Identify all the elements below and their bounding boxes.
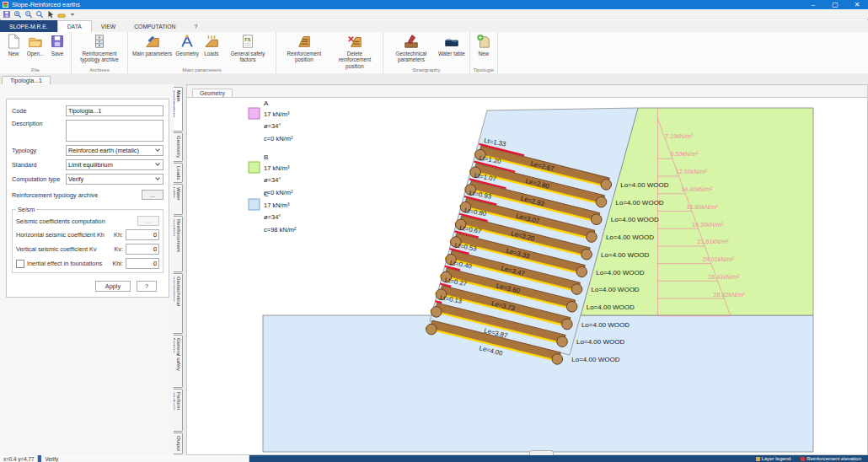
seismic-coefficients-label: Seismic coefficients computation (16, 218, 137, 225)
apply-button[interactable]: Apply (95, 281, 131, 292)
ribbon-button-label: Geometry (175, 51, 199, 56)
ribbon-button-geometry[interactable]: Geometry (174, 33, 201, 57)
ribbon-button-open[interactable]: Open... (24, 33, 46, 57)
legend-soil-property: ø=34° (264, 176, 281, 184)
pressure-label: 16.80kN/m² (687, 203, 719, 211)
legend-soil-property: 17 kN/m³ (264, 201, 290, 209)
bar-lo-label: Lo=4.00 WOOD (576, 338, 624, 346)
ribbon-button-reinforcement-position[interactable]: Reinforcement position (279, 33, 330, 64)
select-arrow-icon[interactable] (46, 9, 56, 19)
computation-type-value: Verify (68, 175, 83, 183)
archive-icon (92, 34, 107, 51)
ribbon-button-label: Reinforcement typology archive (76, 51, 123, 62)
main-area: Code Description Typology Reinforced ear… (0, 84, 868, 455)
typology-select[interactable]: Reinforced earth (metalic) (66, 145, 163, 156)
ribbon-button-new[interactable]: New (3, 33, 24, 57)
inertial-effect-checkbox[interactable] (16, 260, 24, 268)
new-typology-icon (476, 34, 491, 51)
menu-tab-slope-m-r-e[interactable]: SLOPE-M.R.E. (0, 20, 57, 32)
bar-lo-label: Lo=4.00 WOOD (616, 199, 664, 207)
toolbar-more-icon[interactable] (67, 9, 78, 19)
description-input[interactable] (66, 120, 163, 142)
status-item-reinforcement-elevation[interactable]: Reinforcement elevation (801, 456, 861, 461)
menu-tab-computation[interactable]: COMPUTATION (125, 20, 185, 32)
ribbon-button-label: Delete reinforcement position (331, 51, 378, 69)
ribbon-button-new[interactable]: New (473, 33, 495, 57)
legend-soil-property: 17 kN/m³ (264, 110, 290, 118)
ribbon-button-main-parameters[interactable]: Main parameters (131, 33, 174, 57)
status-item-layer-legend[interactable]: Layer legend (756, 456, 791, 461)
open-folder-icon (28, 34, 43, 51)
kh-input[interactable] (126, 229, 159, 240)
ribbon-button-reinforcement-typology-archive[interactable]: Reinforcement typology archive (74, 33, 125, 64)
side-tab-water-table[interactable]: Water table (174, 184, 183, 215)
bar-lo-label: Lo=4.00 WOOD (592, 286, 640, 293)
legend-soil-property: ø=34° (264, 213, 281, 221)
bar-lo-label: Lo=4.00 WOOD (596, 269, 644, 277)
bar-lo-label: Lo=4.00 WOOD (587, 304, 635, 311)
measure-icon[interactable] (56, 9, 67, 19)
side-tab-geotechnical-parameters[interactable]: Geotechnical parameters (174, 273, 183, 334)
khi-short-label: Khi: (108, 260, 123, 267)
side-tab-loads[interactable]: Loads (174, 163, 183, 183)
zoom-in-icon[interactable] (13, 9, 23, 19)
menu-tab-[interactable]: ? (185, 20, 206, 32)
maximize-button[interactable]: ▢ (824, 0, 846, 9)
ribbon-button-label: Save (51, 51, 63, 56)
ribbon-button-save[interactable]: Save (46, 33, 68, 57)
geometry-view-tab[interactable]: Geometry (192, 89, 233, 97)
side-tab-reinforcement-position[interactable]: Reinforcement position (174, 216, 183, 271)
new-document-icon (6, 34, 21, 51)
pressure-label: 28.82kN/m² (714, 291, 746, 298)
reinforcement-archive-button[interactable]: ... (142, 190, 163, 200)
close-button[interactable]: ✕ (846, 0, 868, 9)
geometry-icon (179, 34, 195, 51)
khi-input[interactable] (126, 258, 159, 269)
ribbon-button-geotechnical-parameters[interactable]: Geotechnical parameters (386, 33, 437, 64)
legend-soil-id: A (264, 99, 269, 107)
geometry-canvas[interactable]: 7.19kN/m²9.59kN/m²12.00kN/m²14.40kN/m²16… (187, 97, 867, 454)
status-bar: x=0.4 y=4.77 Verify Layer legendReinforc… (0, 455, 868, 462)
code-label: Code (12, 107, 66, 115)
geometry-panel: Geometry 7.19kN/m²9.59kN/m²12.00kN/m²14.… (186, 84, 868, 455)
kv-short-label: Kv: (108, 245, 123, 253)
code-input[interactable] (66, 105, 163, 116)
geometry-panel-header: Geometry (187, 85, 867, 98)
ribbon-button-label: Open... (27, 51, 45, 56)
seism-title: Seism (16, 206, 36, 213)
computation-type-select[interactable]: Verify (66, 174, 163, 185)
save-icon[interactable] (2, 9, 12, 19)
pressure-label: 7.19kN/m² (665, 132, 694, 140)
ribbon-button-loads[interactable]: Loads (201, 33, 222, 57)
ribbon-button-delete-reinforcement-position[interactable]: Delete reinforcement position (330, 33, 380, 70)
standard-select[interactable]: Limit equilibrium (66, 159, 163, 170)
pressure-label: 26.41kN/m² (708, 273, 740, 281)
seismic-coefficients-button[interactable]: ... (137, 216, 159, 226)
chevron-down-icon (155, 148, 160, 153)
side-tab-perform-analysis[interactable]: Perform analysis (174, 389, 183, 432)
ribbon-group-positions: Reinforcement positionDelete reinforceme… (276, 32, 383, 73)
zoom-extents-icon[interactable] (35, 9, 45, 19)
ribbon-button-general-safety-factors[interactable]: FSGeneral safety factors (222, 33, 273, 64)
ribbon-group-label: Tipologie (473, 66, 495, 73)
standard-label: Standard (12, 161, 66, 169)
main-parameters-icon (145, 34, 160, 51)
quick-access-toolbar (0, 9, 868, 19)
menu-tab-view[interactable]: VIEW (92, 20, 125, 32)
ribbon-group-main-parameters: Main parametersGeometryLoadsFSGeneral sa… (128, 32, 276, 73)
help-button[interactable]: ? (137, 281, 157, 292)
side-tab-general-safety-factors[interactable]: General safety factors (174, 335, 183, 389)
minimize-button[interactable]: – (802, 0, 824, 9)
side-tab-main-parameters[interactable]: Main parameters (174, 87, 183, 132)
side-tab-geometry[interactable]: Geometry (174, 132, 183, 161)
layer-legend-icon (756, 457, 760, 461)
menu-tab-data[interactable]: DATA (57, 20, 92, 32)
document-tab-tipologia[interactable]: Tipologia...1 (2, 76, 51, 84)
ribbon-group-stratigraphy: Geotechnical parametersWater tableStrati… (383, 32, 470, 73)
chevron-down-icon (155, 176, 160, 181)
kv-input[interactable] (126, 244, 159, 255)
ribbon-button-water-table[interactable]: Water table (437, 33, 467, 57)
side-tab-output[interactable]: Output (174, 432, 183, 454)
ribbon-button-label: Water table (438, 51, 465, 56)
zoom-out-icon[interactable] (24, 9, 34, 19)
